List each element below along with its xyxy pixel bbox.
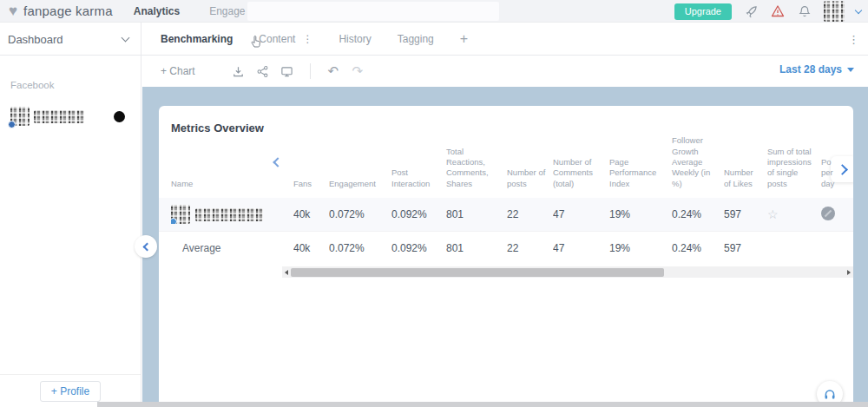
- table-cell: [171, 205, 293, 224]
- rocket-icon[interactable]: [743, 3, 759, 19]
- tabbar-kebab-menu-icon[interactable]: ⋮: [848, 33, 859, 46]
- column-header[interactable]: Follower Growth Average Weekly (in %): [672, 135, 724, 198]
- profile-list-item[interactable]: [0, 99, 141, 134]
- top-bar: ♥ fanpage karma Analytics Engage Upgrade: [0, 0, 868, 23]
- column-header[interactable]: Sum of total impressions of single posts: [767, 147, 821, 198]
- column-header[interactable]: Number of Likes: [724, 167, 767, 198]
- brand-logo[interactable]: ♥ fanpage karma: [0, 3, 113, 18]
- table-row[interactable]: 40k0.072%0.092%801224719%0.24%597☆: [159, 198, 853, 231]
- tab-content[interactable]: Content: [259, 33, 295, 45]
- dashboard-label: Dashboard: [8, 33, 63, 46]
- facebook-badge-icon: [8, 121, 16, 128]
- column-header[interactable]: Number of posts: [507, 167, 553, 198]
- dashboard-tabs: Benchmarking Content ⋮ History Tagging +: [161, 23, 468, 56]
- table-cell: 40k: [293, 242, 329, 254]
- redo-icon[interactable]: ↷: [349, 62, 366, 80]
- toolbar-divider: [310, 63, 311, 79]
- download-icon[interactable]: [230, 62, 247, 80]
- brand-name: fanpage karma: [23, 3, 113, 18]
- column-header[interactable]: Number of Comments (total): [553, 157, 609, 198]
- brand-heart-icon: ♥: [9, 3, 17, 18]
- scrollbar-right-arrow[interactable]: [845, 266, 853, 278]
- widget-title: Metrics Overview: [171, 121, 264, 135]
- table-cell: 47: [553, 208, 609, 220]
- table-cell: 22: [507, 208, 553, 220]
- bell-icon[interactable]: [797, 3, 812, 19]
- table-cell: ☆: [767, 207, 821, 221]
- scrollbar-thumb[interactable]: [291, 268, 664, 277]
- table-cell: 0.072%: [329, 208, 391, 220]
- tab-kebab-menu-icon[interactable]: ⋮: [302, 33, 312, 45]
- horizontal-scrollbar[interactable]: [282, 266, 853, 278]
- date-range-dropdown[interactable]: Last 28 days: [779, 63, 854, 75]
- nav-analytics[interactable]: Analytics: [134, 5, 180, 17]
- table-cell: 801: [446, 208, 507, 220]
- background-window-edge: [97, 402, 868, 407]
- column-header[interactable]: Engagement: [329, 179, 391, 198]
- table-cell: [821, 207, 852, 223]
- tab-benchmarking[interactable]: Benchmarking: [161, 33, 233, 45]
- column-header[interactable]: Total Reactions, Comments, Shares: [446, 147, 507, 198]
- table-cell: 597: [724, 208, 767, 220]
- top-nav: Analytics Engage: [134, 5, 246, 17]
- scrollbar-track[interactable]: [291, 266, 845, 278]
- add-tab-button[interactable]: +: [460, 31, 468, 47]
- table-cell: 0.24%: [672, 242, 724, 254]
- row-name: Average: [171, 242, 220, 254]
- column-header[interactable]: Name: [171, 179, 293, 198]
- dashboard-canvas: Metrics Overview NameFansEngagementPost …: [142, 87, 868, 407]
- table-row[interactable]: Average40k0.072%0.092%801224719%0.24%597: [159, 231, 853, 264]
- presentation-icon[interactable]: [279, 62, 296, 80]
- table-cell: 0.092%: [391, 242, 446, 254]
- toolbar-icons: ↶ ↷: [230, 62, 366, 80]
- tab-bar: Dashboard Benchmarking Content ⋮ History…: [0, 23, 868, 56]
- profile-name-censored: [34, 110, 84, 123]
- network-section-label: Facebook: [10, 80, 55, 90]
- column-header[interactable]: Po per day: [821, 157, 852, 198]
- date-range-caret-icon: [847, 68, 854, 72]
- top-right-cluster: Upgrade: [674, 0, 861, 23]
- table-cell: 0.092%: [391, 208, 446, 220]
- table-cell: 597: [724, 242, 767, 254]
- nav-engage[interactable]: Engage: [209, 5, 245, 17]
- table-cell: 22: [507, 242, 553, 254]
- row-name-censored: [195, 208, 263, 221]
- upgrade-button[interactable]: Upgrade: [674, 3, 732, 20]
- star-icon[interactable]: ☆: [767, 207, 779, 221]
- user-avatar[interactable]: [824, 1, 845, 22]
- table-cell: Average: [171, 242, 293, 254]
- share-icon[interactable]: [254, 62, 272, 80]
- table-cell: 40k: [293, 208, 329, 220]
- sidebar-collapse-button[interactable]: [135, 235, 157, 258]
- column-header[interactable]: Fans: [293, 179, 329, 198]
- table-cell: 47: [553, 242, 609, 254]
- tab-history[interactable]: History: [339, 33, 371, 45]
- add-chart-button[interactable]: + Chart: [161, 65, 195, 77]
- dashboard-dropdown[interactable]: Dashboard: [0, 23, 141, 56]
- tab-tagging[interactable]: Tagging: [398, 33, 434, 45]
- warning-icon[interactable]: [770, 3, 786, 19]
- search-input[interactable]: [247, 2, 499, 21]
- table-cell: 0.24%: [672, 208, 724, 220]
- table-cell: 19%: [609, 242, 672, 254]
- column-header[interactable]: Page Performance Index: [609, 157, 672, 198]
- scrollbar-left-arrow[interactable]: [282, 266, 291, 278]
- chart-toolbar: + Chart ↶ ↷ Last 28 days: [142, 56, 868, 87]
- account-chevron-down-icon[interactable]: [855, 6, 862, 13]
- locked-metric-icon: [821, 207, 835, 220]
- date-range-label: Last 28 days: [779, 63, 842, 75]
- table-header-row: NameFansEngagementPost InteractionTotal …: [171, 142, 852, 198]
- profile-color-dot[interactable]: [114, 111, 125, 122]
- table-body: 40k0.072%0.092%801224719%0.24%597☆Averag…: [159, 198, 853, 264]
- add-profile-button[interactable]: + Profile: [40, 381, 101, 402]
- table-cell: 19%: [609, 208, 672, 220]
- facebook-badge-icon: [171, 218, 177, 224]
- row-avatar: [171, 205, 190, 224]
- dashboard-chevron-down-icon: [122, 33, 130, 42]
- undo-icon[interactable]: ↶: [325, 62, 342, 80]
- collapse-chevron-left-icon: [143, 242, 152, 251]
- headphones-icon: [823, 387, 837, 401]
- table-cell: 801: [446, 242, 507, 254]
- profile-avatar: [10, 107, 30, 126]
- column-header[interactable]: Post Interaction: [391, 167, 446, 198]
